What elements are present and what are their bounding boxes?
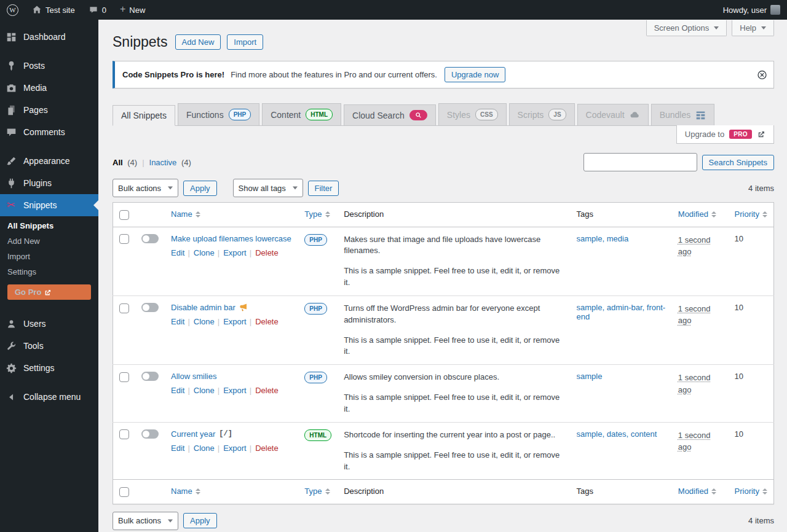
view-all-link[interactable]: All (4) [113, 158, 137, 167]
screen-options-button[interactable]: Screen Options [646, 20, 727, 36]
upgrade-to-pro-link[interactable]: Upgrade to PRO [676, 125, 774, 144]
howdy-account-menu[interactable]: Howdy, user [716, 0, 787, 20]
tab-functions[interactable]: Functions PHP [178, 103, 259, 126]
sidebar-item-settings[interactable]: Settings [0, 357, 98, 379]
modified-time: 1 second ago [678, 304, 711, 326]
bulk-actions-select[interactable]: Bulk actions [113, 179, 178, 197]
clone-link[interactable]: Clone [184, 444, 214, 453]
tag-link[interactable]: sample [577, 429, 607, 439]
row-checkbox[interactable] [119, 303, 129, 313]
snippet-note: This is a sample snippet. Feel free to u… [344, 265, 564, 289]
row-checkbox[interactable] [119, 234, 129, 244]
sidebar-item-media[interactable]: Media [0, 77, 98, 99]
tag-link[interactable]: content [631, 429, 657, 439]
view-inactive-link[interactable]: Inactive (4) [149, 158, 191, 167]
dismiss-notice-button[interactable] [757, 69, 767, 80]
export-link[interactable]: Export [215, 386, 247, 395]
menu-separator [0, 143, 98, 150]
edit-link[interactable]: Edit [171, 248, 184, 257]
row-checkbox[interactable] [119, 372, 129, 382]
submenu-add-new[interactable]: Add New [0, 233, 98, 249]
add-new-button[interactable]: Add New [175, 34, 221, 50]
snippet-activate-toggle[interactable] [141, 303, 159, 312]
submenu-all-snippets[interactable]: All Snippets [0, 218, 98, 233]
tag-link[interactable]: admin-bar [607, 303, 647, 312]
bulk-actions-select[interactable]: Bulk actions [113, 512, 178, 530]
snippet-name-link[interactable]: Make upload filenames lowercase [171, 234, 291, 243]
sidebar-item-dashboard[interactable]: Dashboard [0, 26, 98, 48]
site-name-link[interactable]: Test site [25, 0, 82, 20]
select-all-checkbox[interactable] [119, 487, 129, 497]
sort-by-name[interactable]: Name [171, 487, 200, 496]
snippet-activate-toggle[interactable] [141, 429, 159, 439]
snippet-activate-toggle[interactable] [141, 234, 159, 243]
export-link[interactable]: Export [215, 248, 247, 257]
sidebar-item-tools[interactable]: Tools [0, 335, 98, 357]
search-input[interactable] [583, 153, 697, 171]
tag-link[interactable]: sample [577, 234, 607, 243]
snippet-name-link[interactable]: Allow smilies [171, 372, 216, 381]
sidebar-item-plugins[interactable]: Plugins [0, 172, 98, 194]
delete-link[interactable]: Delete [247, 317, 279, 326]
help-button[interactable]: Help [732, 20, 774, 36]
megaphone-icon [239, 303, 248, 312]
sort-by-modified[interactable]: Modified [678, 209, 716, 219]
delete-link[interactable]: Delete [247, 444, 279, 453]
sort-indicator [325, 211, 330, 217]
clone-link[interactable]: Clone [184, 248, 214, 257]
sort-by-name[interactable]: Name [171, 209, 200, 219]
edit-link[interactable]: Edit [171, 444, 184, 453]
sort-by-modified[interactable]: Modified [678, 487, 716, 496]
select-all-checkbox[interactable] [119, 210, 129, 220]
search-snippets-button[interactable]: Search Snippets [702, 155, 774, 170]
apply-button[interactable]: Apply [183, 513, 217, 528]
sidebar-item-users[interactable]: Users [0, 313, 98, 335]
clone-link[interactable]: Clone [184, 386, 214, 395]
snippet-activate-toggle[interactable] [141, 372, 159, 381]
tag-link[interactable]: sample [577, 303, 607, 312]
tab-styles[interactable]: Styles CSS [438, 103, 507, 126]
edit-link[interactable]: Edit [171, 317, 184, 326]
edit-link[interactable]: Edit [171, 386, 184, 395]
go-pro-button[interactable]: Go Pro [7, 284, 91, 300]
snippets-submenu: All Snippets Add New Import Settings Go … [0, 216, 98, 306]
filter-button[interactable]: Filter [308, 181, 339, 196]
sort-by-type[interactable]: Type [304, 487, 330, 496]
sort-indicator [711, 211, 716, 217]
tag-link[interactable]: media [607, 234, 628, 243]
sidebar-item-posts[interactable]: Posts [0, 55, 98, 77]
wordpress-logo-menu[interactable]: W [0, 0, 25, 20]
collapse-menu-button[interactable]: Collapse menu [0, 386, 98, 408]
row-checkbox[interactable] [119, 429, 129, 439]
sidebar-item-pages[interactable]: Pages [0, 99, 98, 121]
upgrade-now-button[interactable]: Upgrade now [445, 67, 505, 82]
tab-bundles[interactable]: Bundles [651, 104, 715, 126]
tag-filter-select[interactable]: Show all tags [233, 179, 303, 197]
tab-codevault[interactable]: Codevault [577, 104, 649, 126]
tag-link[interactable]: dates [607, 429, 631, 439]
clone-link[interactable]: Clone [184, 317, 214, 326]
snippet-name-link[interactable]: Current year [/] [171, 429, 232, 439]
import-button[interactable]: Import [227, 34, 263, 50]
new-content-menu[interactable]: + New [113, 0, 152, 20]
submenu-settings[interactable]: Settings [0, 264, 98, 280]
tag-link[interactable]: sample [577, 372, 603, 381]
comments-link[interactable]: 0 [82, 0, 113, 20]
tab-cloud-search[interactable]: Cloud Search [344, 104, 436, 126]
tab-content[interactable]: Content HTML [262, 103, 341, 126]
sidebar-item-appearance[interactable]: Appearance [0, 150, 98, 172]
submenu-import[interactable]: Import [0, 249, 98, 264]
export-link[interactable]: Export [215, 317, 247, 326]
export-link[interactable]: Export [215, 444, 247, 453]
sidebar-item-comments[interactable]: Comments [0, 121, 98, 143]
delete-link[interactable]: Delete [247, 386, 279, 395]
sidebar-item-snippets[interactable]: ✂ Snippets [0, 194, 98, 216]
tab-scripts[interactable]: Scripts JS [509, 103, 575, 126]
sort-by-type[interactable]: Type [304, 209, 330, 219]
snippet-name-link[interactable]: Disable admin bar [171, 303, 248, 312]
apply-button[interactable]: Apply [183, 181, 217, 196]
tab-all-snippets[interactable]: All Snippets [113, 105, 175, 126]
sort-by-priority[interactable]: Priority [735, 487, 767, 496]
sort-by-priority[interactable]: Priority [735, 209, 767, 219]
delete-link[interactable]: Delete [247, 248, 279, 257]
